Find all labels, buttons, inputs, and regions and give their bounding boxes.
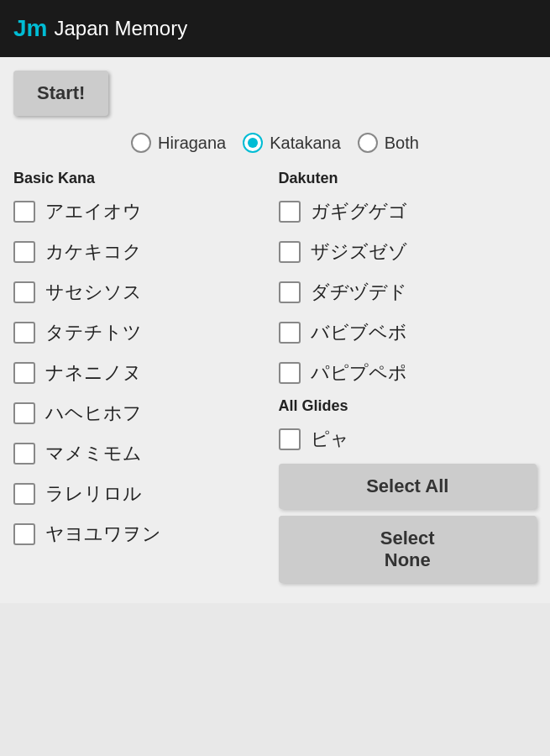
checkbox-ガギグゲゴ[interactable] — [279, 201, 301, 223]
kana-label: ピャ — [311, 427, 349, 452]
list-item: ザジズゼゾ — [279, 236, 537, 268]
kana-label: ハヘヒホフ — [45, 401, 142, 426]
radio-both-circle[interactable] — [358, 133, 378, 153]
basic-kana-title: Basic Kana — [13, 170, 272, 187]
radio-katakana-circle[interactable] — [243, 133, 263, 153]
checkbox-ラレリロル[interactable] — [13, 483, 35, 505]
kana-label: ガギグゲゴ — [311, 199, 407, 224]
kana-label: ラレリロル — [45, 481, 142, 507]
main-content: Start! Hiragana Katakana Both Basic Kana… — [0, 57, 550, 603]
kana-label: ヤヨユワヲン — [45, 522, 161, 547]
checkbox-ダヂヅデド[interactable] — [279, 281, 301, 303]
checkbox-ハヘヒホフ[interactable] — [13, 402, 35, 424]
list-item: サセシソス — [13, 276, 272, 308]
list-item: カケキコク — [13, 236, 272, 268]
kana-label: パピプペポ — [311, 360, 407, 386]
list-item: パピプペポ — [279, 357, 537, 389]
script-radio-group: Hiragana Katakana Both — [13, 133, 537, 153]
select-all-button[interactable]: Select All — [279, 464, 537, 509]
list-item: アエイオウ — [13, 196, 272, 228]
checkbox-ピャ[interactable] — [279, 428, 301, 450]
dakuten-title: Dakuten — [279, 170, 537, 187]
checkbox-マメミモム[interactable] — [13, 443, 35, 465]
start-button[interactable]: Start! — [13, 71, 108, 116]
kana-label: サセシソス — [45, 280, 142, 305]
kana-label: カケキコク — [45, 239, 142, 265]
checkbox-ナネニノヌ[interactable] — [13, 362, 35, 384]
select-none-button[interactable]: Select None — [279, 516, 537, 583]
list-item: ダヂヅデド — [279, 276, 537, 308]
checkbox-バビブベボ[interactable] — [279, 322, 301, 344]
kana-label: ナネニノヌ — [45, 360, 142, 386]
radio-katakana[interactable]: Katakana — [243, 133, 341, 153]
checkbox-パピプペポ[interactable] — [279, 362, 301, 384]
dakuten-section: Dakuten ガギグゲゴ ザジズゼゾ ダヂヅデド バビブベボ パピプペポ — [272, 170, 537, 590]
kana-label: マメミモム — [45, 441, 142, 466]
list-item: タテチトツ — [13, 317, 272, 349]
checkbox-ザジズゼゾ[interactable] — [279, 241, 301, 263]
radio-katakana-label: Katakana — [270, 134, 341, 153]
radio-both-label: Both — [385, 134, 419, 153]
app-title: Japan Memory — [54, 17, 187, 40]
list-item: ガギグゲゴ — [279, 196, 537, 228]
radio-both[interactable]: Both — [358, 133, 419, 153]
checkbox-アエイオウ[interactable] — [13, 201, 35, 223]
list-item: ハヘヒホフ — [13, 397, 272, 429]
app-logo: Jm — [13, 15, 47, 42]
list-item: ナネニノヌ — [13, 357, 272, 389]
radio-hiragana-circle[interactable] — [131, 133, 151, 153]
radio-hiragana[interactable]: Hiragana — [131, 133, 226, 153]
list-item: ラレリロル — [13, 478, 272, 510]
basic-kana-section: Basic Kana アエイオウ カケキコク サセシソス タテチトツ ナネニノヌ — [13, 170, 272, 590]
kana-label: バビブベボ — [311, 320, 407, 345]
list-item: バビブベボ — [279, 317, 537, 349]
list-item: マメミモム — [13, 438, 272, 470]
kana-label: アエイオウ — [45, 199, 142, 224]
checkbox-カケキコク[interactable] — [13, 241, 35, 263]
kana-label: ダヂヅデド — [311, 280, 407, 305]
checkbox-ヤヨユワヲン[interactable] — [13, 523, 35, 545]
kana-label: タテチトツ — [45, 320, 142, 345]
radio-hiragana-label: Hiragana — [158, 134, 226, 153]
kana-columns: Basic Kana アエイオウ カケキコク サセシソス タテチトツ ナネニノヌ — [13, 170, 537, 590]
all-glides-title: All Glides — [279, 397, 537, 415]
checkbox-タテチトツ[interactable] — [13, 322, 35, 344]
list-item: ピャ — [279, 423, 537, 455]
kana-label: ザジズゼゾ — [311, 239, 407, 265]
app-header: Jm Japan Memory — [0, 0, 550, 57]
checkbox-サセシソス[interactable] — [13, 281, 35, 303]
list-item: ヤヨユワヲン — [13, 518, 272, 550]
